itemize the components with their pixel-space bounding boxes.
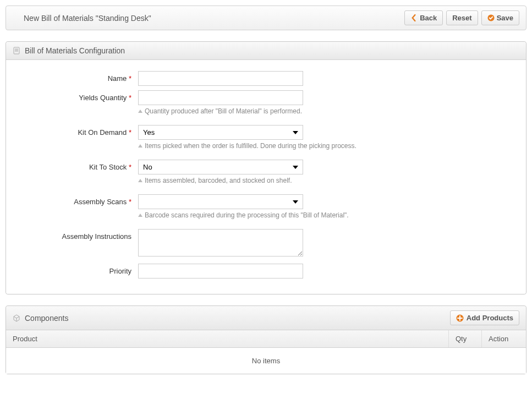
components-panel-header: Components Add Products <box>6 306 526 330</box>
assembly-scans-select[interactable] <box>138 194 303 209</box>
required-marker: * <box>129 94 131 102</box>
reset-button-label: Reset <box>452 14 471 22</box>
config-panel-header: Bill of Materials Configuration <box>6 42 526 60</box>
col-qty-header: Qty <box>449 330 482 347</box>
config-panel: Bill of Materials Configuration Name * Y… <box>6 41 526 294</box>
kit-on-demand-select[interactable]: Yes <box>138 125 303 140</box>
components-table-header: Product Qty Action <box>6 330 526 348</box>
assembly-instructions-label: Assembly Instructions <box>17 229 138 241</box>
hint-arrow-icon <box>138 214 142 217</box>
svg-rect-1 <box>14 47 19 54</box>
components-panel: Components Add Products Product Qty Acti… <box>6 305 526 374</box>
required-marker: * <box>129 74 131 83</box>
assembly-scans-hint: Barcode scans required during the proces… <box>138 211 515 219</box>
yields-qty-hint: Quantity produced after "Bill of Materia… <box>138 107 515 115</box>
box-icon <box>13 314 20 322</box>
add-products-label: Add Products <box>467 314 513 322</box>
form-row-yields-qty: Yields Quantity * Quantity produced afte… <box>17 90 515 121</box>
config-panel-body: Name * Yields Quantity * Quantity produc… <box>6 60 526 294</box>
kit-to-stock-label: Kit To Stock * <box>17 160 138 171</box>
priority-input[interactable] <box>138 264 303 279</box>
form-row-assembly-scans: Assembly Scans * Barcode scans required … <box>17 194 515 225</box>
components-panel-title: Components <box>25 314 68 323</box>
hint-arrow-icon <box>138 179 142 182</box>
add-products-button[interactable]: Add Products <box>450 310 519 325</box>
col-action-header: Action <box>482 330 526 347</box>
priority-label: Priority <box>17 264 138 275</box>
config-panel-title: Bill of Materials Configuration <box>25 46 125 55</box>
top-bar-actions: Back Reset Save <box>404 10 519 25</box>
yields-qty-label: Yields Quantity * <box>17 90 138 102</box>
hint-arrow-icon <box>138 110 142 113</box>
components-panel-body: Product Qty Action No items <box>6 330 526 374</box>
assembly-scans-label: Assembly Scans * <box>17 194 138 206</box>
document-icon <box>13 47 20 54</box>
required-marker: * <box>129 163 131 171</box>
back-button-label: Back <box>420 14 437 22</box>
form-row-name: Name * <box>17 71 515 86</box>
reset-button[interactable]: Reset <box>446 10 478 25</box>
kit-on-demand-label: Kit On Demand * <box>17 125 138 137</box>
form-row-assembly-instructions: Assembly Instructions <box>17 229 515 258</box>
kit-to-stock-hint: Items assembled, barcoded, and stocked o… <box>138 177 515 184</box>
hint-arrow-icon <box>138 144 142 148</box>
form-row-kit-to-stock: Kit To Stock * No Items assembled, barco… <box>17 160 515 190</box>
plus-circle-icon <box>456 314 464 322</box>
required-marker: * <box>129 198 131 206</box>
assembly-instructions-textarea[interactable] <box>138 229 303 256</box>
form-row-priority: Priority <box>17 264 515 279</box>
back-button[interactable]: Back <box>404 10 443 25</box>
required-marker: * <box>129 128 131 137</box>
top-bar: New Bill of Materials "Standing Desk" Ba… <box>6 6 526 30</box>
no-items-message: No items <box>6 348 526 374</box>
page-title: New Bill of Materials "Standing Desk" <box>13 14 151 23</box>
yields-qty-input[interactable] <box>138 90 303 105</box>
chevron-left-icon <box>410 14 418 21</box>
save-button[interactable]: Save <box>481 10 519 25</box>
col-product-header: Product <box>6 330 449 347</box>
name-label: Name * <box>17 71 138 83</box>
save-button-label: Save <box>497 14 513 22</box>
kit-on-demand-hint: Items picked when the order is fulfilled… <box>138 142 515 150</box>
form-row-kit-on-demand: Kit On Demand * Yes Items picked when th… <box>17 125 515 155</box>
check-circle-icon <box>487 14 495 21</box>
kit-to-stock-select[interactable]: No <box>138 160 303 174</box>
name-input[interactable] <box>138 71 303 86</box>
